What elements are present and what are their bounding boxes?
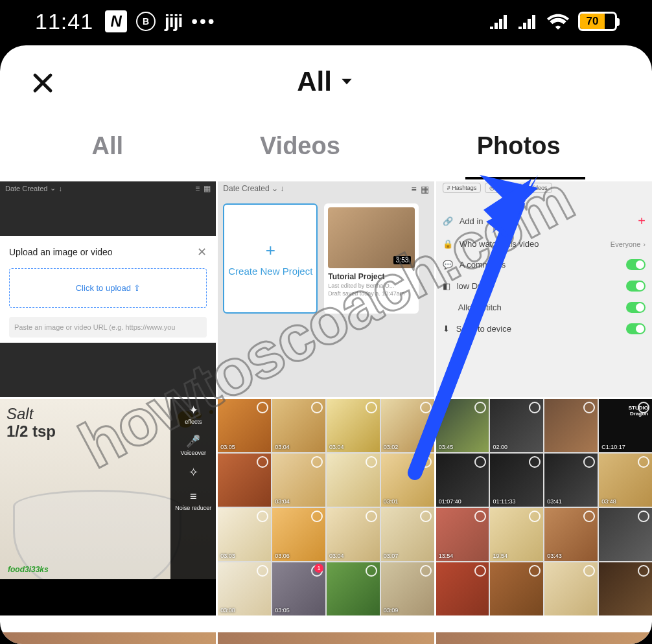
project-editor: Last edited by Bertha O... — [328, 282, 415, 289]
thumbnail — [544, 562, 598, 615]
media-item-grid-b[interactable]: 03:4502:00C1:10:17STUDIODragon01:07:4001… — [436, 399, 652, 615]
battery-level: 70 — [580, 14, 605, 29]
thumbnail — [490, 562, 543, 615]
project-card: 3:53 Tutorial Project Last edited by Ber… — [324, 203, 419, 314]
album-title: All — [297, 66, 332, 97]
thumbnail: 03:04 — [327, 508, 380, 561]
media-type-tabs: All Videos Photos — [0, 118, 652, 174]
thumbnail: 03:09 — [381, 562, 434, 615]
more-notifications-icon: ••• — [191, 11, 216, 32]
upload-title: Upload an image or video — [9, 247, 113, 257]
sheet-header: All — [0, 45, 652, 118]
thumbnail: 03:07 — [381, 508, 434, 561]
comment-icon: 💬 — [443, 260, 453, 270]
media-item-project[interactable]: Date Created ⌄ ↓ ≡▦ + Create New Project… — [218, 181, 434, 397]
tab-photos[interactable]: Photos — [468, 126, 570, 167]
thumbnail: 03:051 — [272, 562, 325, 615]
list-view-icon: ≡ — [195, 184, 200, 193]
thumbnail — [544, 399, 598, 452]
enhance-icon: ✧ — [189, 465, 198, 479]
thumbnail: 19:54 — [490, 508, 543, 561]
sounds-chip: ◎ ...nds — [485, 183, 515, 193]
hashtags-chip: # Hashtags — [443, 183, 482, 193]
thumbnail: 02:00 — [490, 399, 543, 452]
clock: 11:41 — [35, 9, 93, 34]
close-button[interactable] — [29, 69, 57, 97]
project-name: Tutorial Project — [328, 272, 415, 281]
link-icon: 🔗 — [443, 216, 453, 226]
toggle-on — [626, 323, 646, 334]
thumbnail — [327, 454, 380, 507]
duration-badge: 3:53 — [393, 256, 411, 264]
wifi-icon — [547, 13, 569, 30]
thumbnail: 03:06 — [272, 508, 325, 561]
jiji-icon: jiji — [165, 11, 182, 32]
thumbnail: 03:43 — [544, 508, 598, 561]
thumbnail: 03:05 — [218, 399, 271, 452]
mic-icon: 🎤 — [186, 434, 200, 448]
project-saved: Draft saved today a. 10:47am — [328, 290, 415, 297]
tab-all[interactable]: All — [82, 126, 132, 167]
thumbnail: 03:04 — [272, 399, 325, 452]
thumbnail — [327, 562, 380, 615]
tab-videos[interactable]: Videos — [251, 126, 349, 167]
chevron-down-icon: ⌄ — [50, 184, 56, 192]
signal-icon-1 — [490, 14, 509, 29]
status-bar: 11:41 N B jiji ••• 70 — [0, 0, 652, 43]
privacy-label: Who watch this video — [460, 239, 539, 249]
thumbnail: 03:48 — [599, 454, 652, 507]
thumbnail: 13:54 — [436, 508, 489, 561]
media-item-recipe[interactable]: Salt 1/2 tsp food3i33ks ✦effects 🎤Voiceo… — [0, 399, 216, 615]
album-selector[interactable]: All — [297, 66, 355, 97]
grid-view-icon: ▦ — [421, 184, 429, 194]
media-picker-sheet: All All Videos Photos Date Created⌄↓ ≡▦ … — [0, 45, 652, 644]
plus-icon: + — [266, 240, 275, 260]
thumbnail — [436, 562, 489, 615]
close-icon: ✕ — [197, 245, 207, 259]
thumbnail: 03:41 — [544, 454, 598, 507]
save-label: Save to device — [456, 324, 511, 334]
effects-icon: ✦ — [189, 403, 198, 417]
media-item-upload[interactable]: Date Created⌄↓ ≡▦ Upload an image or vid… — [0, 181, 216, 397]
chevron-right-icon: › — [643, 240, 646, 248]
add-link-label: Add in — [460, 216, 483, 226]
thumbnail: 03:02 — [381, 399, 434, 452]
n-app-icon: N — [105, 10, 127, 32]
sort-label: Date Created — [223, 184, 269, 193]
media-item-settings[interactable]: # Hashtags ◎ ...nds ▷ Videos 🔗Add in+ 🔒W… — [436, 181, 652, 397]
comments-label: A comments — [460, 260, 506, 270]
signal-icon-2 — [518, 14, 538, 29]
plus-icon: + — [638, 214, 646, 229]
sort-label: Date Created — [5, 185, 47, 192]
bowl-graphic — [13, 490, 181, 593]
toggle-on — [626, 302, 646, 313]
thumbnail — [599, 562, 652, 615]
thumbnail: 03:03 — [218, 508, 271, 561]
brand-label: food3i33ks — [8, 565, 49, 574]
video-letterbox — [0, 579, 216, 615]
thumbnail — [599, 508, 652, 561]
thumbnail: 03:04 — [327, 399, 380, 452]
recipe-amount: 1/2 tsp — [6, 423, 56, 440]
recipe-ingredient: Salt — [6, 406, 56, 422]
list-view-icon: ≡ — [411, 184, 416, 194]
create-project-label: Create New Project — [228, 266, 312, 277]
thumbnail: 01:11:33 — [490, 454, 543, 507]
create-project-card: + Create New Project — [223, 203, 318, 314]
media-grid: Date Created⌄↓ ≡▦ Upload an image or vid… — [0, 181, 652, 615]
stitch-label: Allow Stitch — [458, 303, 502, 312]
thumbnail: 03:01 — [381, 454, 434, 507]
download-icon: ⬇ — [443, 324, 450, 334]
thumbnail: 01:07:40 — [436, 454, 489, 507]
close-icon — [31, 71, 54, 95]
media-item-grid-a[interactable]: 03:0503:0403:0403:0203:0403:0103:0303:06… — [218, 399, 434, 615]
toggle-on — [626, 281, 646, 292]
thumbnail: 03:45 — [436, 399, 489, 452]
thumbnail: 03:04 — [272, 454, 325, 507]
privacy-value: Everyone — [611, 240, 640, 248]
videos-chip: ▷ Videos — [519, 183, 552, 193]
thumbnail — [218, 454, 271, 507]
noise-icon: ≡ — [190, 490, 197, 503]
url-input: Paste an image or video URL (e.g. https:… — [9, 317, 207, 338]
duet-label: low Duet — [457, 281, 490, 291]
